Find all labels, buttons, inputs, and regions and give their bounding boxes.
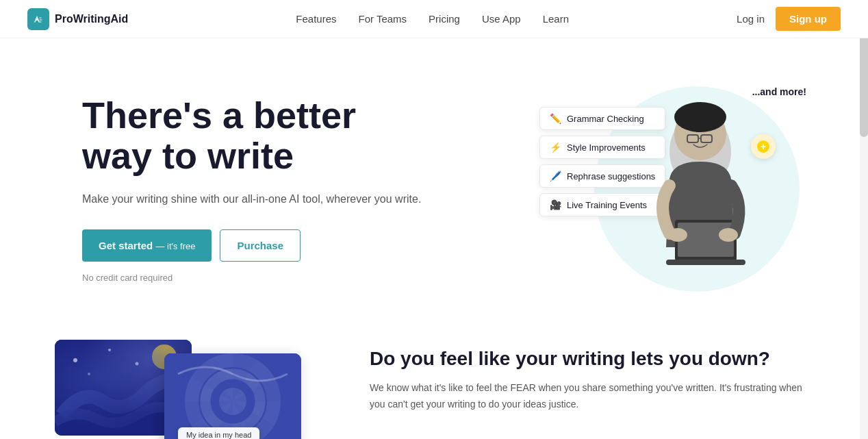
image-front: My idea in my head	[164, 353, 301, 439]
svg-point-17	[108, 349, 111, 351]
svg-rect-20	[164, 353, 301, 439]
image-stack: My idea in my head	[55, 340, 301, 439]
scrollbar-track[interactable]	[860, 0, 868, 439]
login-button[interactable]: Log in	[737, 13, 765, 25]
svg-point-11	[719, 228, 738, 242]
svg-rect-9	[666, 260, 745, 265]
signup-button[interactable]: Sign up	[776, 7, 841, 31]
nav-learn[interactable]: Learn	[543, 13, 569, 25]
hero-note: No credit card required	[82, 273, 421, 283]
training-icon: 🎥	[550, 199, 561, 210]
hero-person	[622, 90, 779, 292]
idea-badge: My idea in my head	[178, 427, 259, 439]
nav-features[interactable]: Features	[296, 13, 336, 25]
get-started-button[interactable]: Get started — it's free	[82, 229, 212, 262]
logo-text: ProWritingAid	[55, 13, 128, 25]
second-section: My idea in my head Do you feel like your…	[0, 326, 868, 439]
second-left: My idea in my head	[55, 340, 315, 439]
logo-icon	[27, 8, 49, 30]
nav-links: Features For Teams Pricing Use App Learn	[296, 13, 569, 25]
hero-section: There's a better way to write Make your …	[0, 38, 868, 326]
second-section-title: Do you feel like your writing lets you d…	[370, 347, 813, 371]
svg-point-10	[668, 228, 687, 242]
purchase-button[interactable]: Purchase	[220, 229, 301, 262]
nav-use-app[interactable]: Use App	[482, 13, 521, 25]
nav-actions: Log in Sign up	[737, 7, 841, 31]
swirl-art	[164, 353, 301, 439]
second-section-text: We know what it's like to feel the FEAR …	[370, 380, 813, 413]
style-icon: ⚡	[550, 142, 561, 153]
hero-left: There's a better way to write Make your …	[82, 95, 421, 283]
svg-point-3	[674, 102, 726, 132]
hero-buttons: Get started — it's free Purchase	[82, 229, 421, 262]
svg-point-22	[205, 374, 260, 429]
hero-subtitle: Make your writing shine with our all-in-…	[82, 190, 421, 208]
grammar-icon: ✏️	[550, 113, 561, 124]
nav-for-teams[interactable]: For Teams	[359, 13, 407, 25]
navbar: ProWritingAid Features For Teams Pricing…	[0, 0, 868, 38]
nav-pricing[interactable]: Pricing	[429, 13, 460, 25]
logo-link[interactable]: ProWritingAid	[27, 8, 128, 30]
second-right: Do you feel like your writing lets you d…	[370, 340, 813, 413]
svg-point-18	[136, 362, 139, 366]
svg-point-16	[73, 358, 77, 362]
rephrase-icon: 🖊️	[550, 171, 561, 181]
svg-point-23	[219, 388, 246, 415]
hero-right: ✏️ Grammar Checking ⚡ Style Improvements…	[539, 79, 813, 299]
hero-title: There's a better way to write	[82, 95, 421, 177]
svg-point-19	[88, 373, 90, 375]
